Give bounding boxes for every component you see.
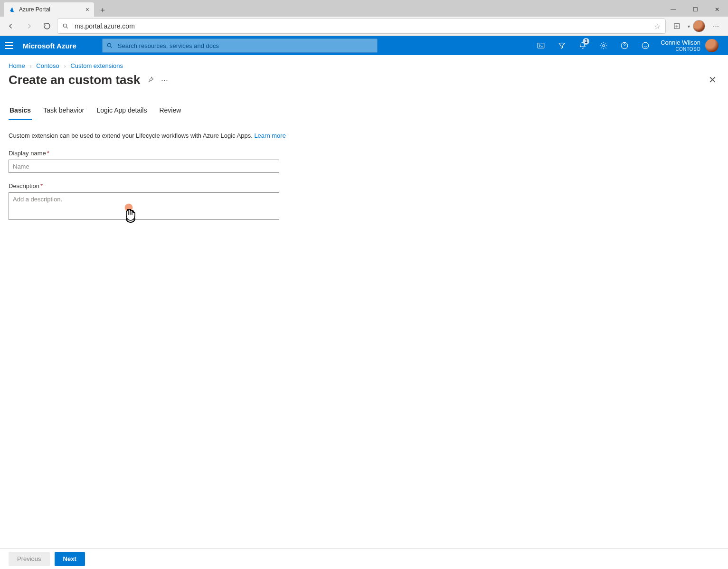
close-blade-button[interactable]: ✕ [706,71,719,88]
feedback-icon[interactable] [635,36,656,55]
svg-point-10 [642,42,649,49]
azure-favicon-icon [9,6,15,13]
azure-top-bar: Microsoft Azure 1 Connie Wilson [0,36,728,55]
svg-line-1 [66,27,68,28]
breadcrumb-link-home[interactable]: Home [9,62,25,69]
azure-brand[interactable]: Microsoft Azure [23,42,76,50]
top-bar-actions: 1 Connie Wilson CONTOSO [530,36,723,55]
global-search-box[interactable] [102,38,378,53]
user-name: Connie Wilson [661,39,700,47]
previous-button[interactable]: Previous [9,552,50,566]
blade-title: Create an custom task [9,73,140,87]
blade-content: Home › Contoso › Custom extensions Creat… [0,55,728,548]
chevron-right-icon: › [64,63,66,69]
tab-review[interactable]: Review [158,103,182,120]
blade-header: Create an custom task ⋯ ✕ [9,71,719,88]
cloud-shell-icon[interactable] [530,36,551,55]
browser-tab[interactable]: Azure Portal × [4,2,94,17]
browser-menu-icon[interactable]: ⋯ [708,19,723,34]
window-minimize-icon[interactable]: — [662,2,684,17]
help-icon[interactable] [614,36,635,55]
svg-line-6 [111,47,112,48]
required-icon: * [47,150,49,157]
tab-close-icon[interactable]: × [85,6,89,13]
address-input[interactable] [74,22,649,30]
next-button[interactable]: Next [55,552,85,566]
new-tab-button[interactable]: ＋ [96,3,109,17]
notifications-icon[interactable]: 1 [572,36,593,55]
breadcrumb-link-custom-extensions[interactable]: Custom extensions [70,62,123,69]
user-avatar-icon [705,39,719,52]
description-input[interactable] [9,192,279,220]
intro-body: Custom extension can be used to extend y… [9,132,254,139]
display-name-input[interactable] [9,160,279,173]
search-icon [106,42,113,49]
nav-back-button[interactable] [3,18,19,34]
address-row: ☆ ▾ ⋯ [0,17,728,36]
intro-text: Custom extension can be used to extend y… [9,132,719,139]
notifications-badge: 1 [583,38,589,45]
blade-tabs: Basics Task behavior Logic App details R… [9,103,719,121]
chevron-down-icon[interactable]: ▾ [688,24,690,29]
chevron-right-icon: › [30,63,32,69]
svg-rect-7 [538,43,544,48]
more-icon[interactable]: ⋯ [161,76,168,84]
global-search-input[interactable] [117,42,373,50]
portal-menu-button[interactable] [5,40,16,51]
browser-tab-title: Azure Portal [19,6,50,13]
tab-strip: Azure Portal × ＋ — ☐ ✕ [0,0,728,17]
tenant-name: CONTOSO [661,47,700,52]
favorite-star-icon[interactable]: ☆ [654,22,661,31]
account-menu[interactable]: Connie Wilson CONTOSO [656,39,723,52]
nav-refresh-button[interactable] [39,18,55,34]
search-icon [62,23,69,29]
directory-filter-icon[interactable] [551,36,572,55]
breadcrumb-link-contoso[interactable]: Contoso [36,62,59,69]
profile-avatar-icon[interactable] [693,20,705,32]
tab-task-behavior[interactable]: Task behavior [42,103,85,120]
svg-point-0 [63,24,66,27]
collections-icon[interactable] [670,19,685,34]
description-label: Description* [9,182,279,190]
window-maximize-icon[interactable]: ☐ [684,2,706,17]
display-name-label: Display name* [9,150,279,157]
settings-gear-icon[interactable] [593,36,614,55]
tab-logic-app-details[interactable]: Logic App details [96,103,148,120]
global-search [102,38,378,53]
window-close-icon[interactable]: ✕ [706,2,728,17]
breadcrumb: Home › Contoso › Custom extensions [9,62,719,69]
wizard-footer: Previous Next [0,548,728,569]
svg-point-8 [603,45,605,47]
browser-chrome: Azure Portal × ＋ — ☐ ✕ ☆ ▾ [0,0,728,36]
address-bar[interactable]: ☆ [57,19,666,34]
window-controls: — ☐ ✕ [662,2,728,17]
required-icon: * [40,182,43,190]
basics-form: Display name* Description* [9,150,279,221]
learn-more-link[interactable]: Learn more [254,132,285,139]
pin-icon[interactable] [147,76,154,84]
svg-point-5 [107,43,111,47]
nav-forward-button[interactable] [21,18,37,34]
tab-basics[interactable]: Basics [9,103,32,120]
